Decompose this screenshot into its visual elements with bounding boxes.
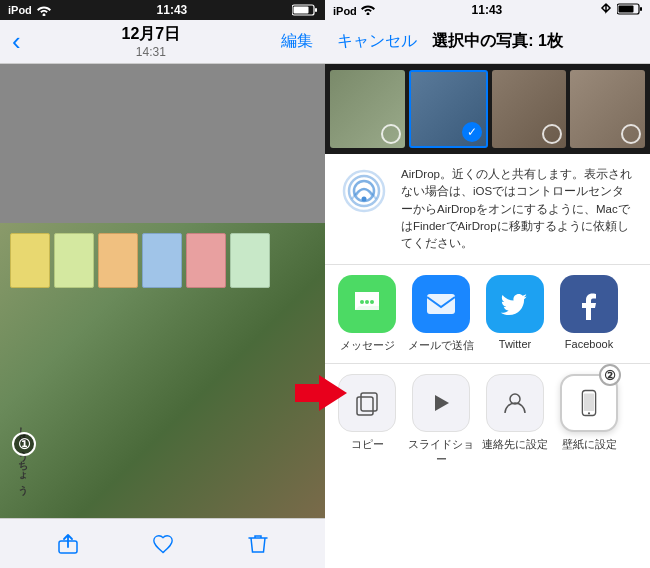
mail-icon	[425, 290, 457, 318]
facebook-share-icon	[560, 275, 618, 333]
left-heart-button[interactable]	[152, 533, 174, 555]
badge-2: ②	[599, 364, 621, 386]
svg-point-13	[370, 300, 374, 304]
svg-point-12	[365, 300, 369, 304]
strip-photo-3[interactable]	[492, 70, 567, 148]
book-6	[230, 233, 270, 288]
right-panel: iPod 11:43 キャンセル 選択中の写真: 1枚	[325, 0, 650, 568]
heart-icon	[152, 533, 174, 555]
right-battery-icon	[617, 3, 642, 15]
strip-photo-1-circle	[381, 124, 401, 144]
slideshow-action-label: スライドショー	[407, 437, 475, 466]
svg-point-11	[360, 300, 364, 304]
left-nav-title: 12月7日 14:31	[21, 24, 281, 59]
svg-rect-16	[361, 393, 377, 411]
left-panel: iPod 11:43 ‹ 12月7日 14:31 編集	[0, 0, 325, 568]
left-wifi-icon	[36, 4, 52, 16]
share-icon	[57, 533, 79, 555]
message-icon	[351, 288, 383, 320]
left-nav-bar: ‹ 12月7日 14:31 編集	[0, 20, 325, 64]
strip-photo-2[interactable]: ✓	[409, 70, 488, 148]
book-2	[54, 233, 94, 288]
right-time: 11:43	[472, 3, 503, 17]
share-row: メッセージ メールで送信 Twitter	[325, 265, 650, 364]
right-status-right	[598, 3, 642, 17]
message-share-label: メッセージ	[340, 338, 395, 353]
strip-photo-2-checkmark: ✓	[462, 122, 482, 142]
twitter-share-label: Twitter	[499, 338, 531, 350]
share-item-message[interactable]: メッセージ	[333, 275, 401, 353]
book-5	[186, 233, 226, 288]
twitter-share-icon	[486, 275, 544, 333]
left-time-sub: 14:31	[21, 45, 281, 59]
svg-point-10	[362, 197, 367, 202]
svg-rect-1	[315, 8, 317, 12]
left-carrier: iPod	[8, 4, 32, 16]
airdrop-section: AirDrop。近くの人と共有します。表示されない場合は、iOSではコントロール…	[325, 154, 650, 265]
left-toolbar	[0, 518, 325, 568]
contact-action-icon	[486, 374, 544, 432]
svg-rect-2	[293, 7, 308, 14]
left-back-button[interactable]: ‹	[12, 26, 21, 57]
slideshow-icon	[427, 389, 455, 417]
svg-rect-20	[584, 394, 594, 412]
share-item-twitter[interactable]: Twitter	[481, 275, 549, 353]
right-status-bar: iPod 11:43	[325, 0, 650, 20]
svg-point-21	[588, 412, 590, 414]
trash-icon	[248, 533, 268, 555]
copy-icon	[353, 389, 381, 417]
book-1	[10, 233, 50, 288]
left-edit-button[interactable]: 編集	[281, 31, 313, 52]
airdrop-icon	[339, 166, 389, 216]
svg-rect-5	[640, 7, 642, 11]
svg-rect-6	[618, 6, 633, 13]
wallpaper-action-label: 壁紙に設定	[562, 437, 617, 451]
share-item-mail[interactable]: メールで送信	[407, 275, 475, 353]
right-status-left: iPod	[333, 3, 376, 17]
right-cancel-button[interactable]: キャンセル	[337, 31, 417, 52]
mail-share-label: メールで送信	[408, 338, 474, 353]
strip-photo-3-circle	[542, 124, 562, 144]
arrow-head	[319, 375, 347, 411]
left-date: 12月7日	[21, 24, 281, 45]
facebook-share-label: Facebook	[565, 338, 613, 350]
mail-share-icon	[412, 275, 470, 333]
badge-1: ①	[12, 432, 36, 456]
left-share-button[interactable]	[57, 533, 79, 555]
action-item-slideshow[interactable]: スライドショー	[407, 374, 475, 466]
copy-action-label: コピー	[351, 437, 384, 451]
right-carrier: iPod	[333, 5, 357, 17]
contact-icon	[501, 389, 529, 417]
svg-rect-15	[357, 397, 373, 415]
right-bluetooth-icon	[598, 3, 614, 15]
action-item-wallpaper[interactable]: 壁紙に設定 ②	[555, 374, 623, 466]
message-share-icon	[338, 275, 396, 333]
wallpaper-icon	[578, 389, 600, 417]
left-status-right	[292, 4, 317, 16]
left-status-left: iPod	[8, 4, 52, 16]
airdrop-svg	[340, 167, 388, 215]
twitter-icon	[499, 288, 531, 320]
slideshow-action-icon	[412, 374, 470, 432]
facebook-icon	[573, 288, 605, 320]
strip-photo-4-circle	[621, 124, 641, 144]
right-photo-strip: ✓	[325, 64, 650, 154]
action-row: コピー スライドショー 連絡先に設定	[325, 364, 650, 476]
arrow-container	[295, 375, 347, 411]
left-status-bar: iPod 11:43	[0, 0, 325, 20]
left-battery-icon	[292, 4, 317, 16]
strip-photo-1[interactable]	[330, 70, 405, 148]
airdrop-description: AirDrop。近くの人と共有します。表示されない場合は、iOSではコントロール…	[401, 166, 636, 252]
strip-photo-4[interactable]	[570, 70, 645, 148]
action-item-contact[interactable]: 連絡先に設定	[481, 374, 549, 466]
svg-marker-17	[435, 395, 449, 411]
svg-rect-14	[427, 294, 455, 314]
share-item-facebook[interactable]: Facebook	[555, 275, 623, 353]
right-wifi-icon	[360, 3, 376, 15]
left-photo-content: しゅうちょう	[0, 64, 325, 518]
book-3	[98, 233, 138, 288]
left-photo-area[interactable]: しゅうちょう ①	[0, 64, 325, 518]
left-time: 11:43	[157, 3, 188, 17]
left-trash-button[interactable]	[248, 533, 268, 555]
contact-action-label: 連絡先に設定	[482, 437, 548, 451]
